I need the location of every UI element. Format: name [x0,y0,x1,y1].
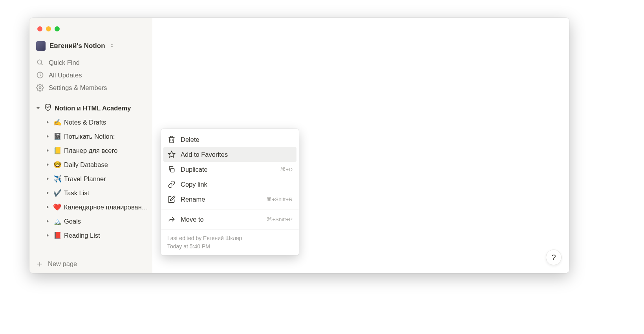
all-updates-label: All Updates [49,72,82,79]
menu-footer: Last edited by Евгений Шкляр Today at 5:… [161,231,299,253]
page-label: Reading List [64,232,100,239]
menu-divider [161,209,299,209]
page-row[interactable]: ✍️Notes & Drafts [33,115,149,129]
page-label: Travel Planner [64,175,106,183]
menu-item-duplicate[interactable]: Duplicate⌘+D [163,162,296,177]
duplicate-icon [167,165,176,174]
page-label: Notes & Drafts [64,119,106,126]
new-page-label: New page [48,260,77,268]
menu-item-label: Duplicate [181,166,275,173]
page-emoji: 📓 [53,132,62,141]
all-updates-button[interactable]: All Updates [33,69,149,81]
page-emoji: 📕 [53,231,62,240]
menu-item-shortcut: ⌘+Shift+P [267,216,293,222]
page-label: Task List [64,189,89,197]
sidebar: Евгений's Notion Quick Find All Updates [29,18,152,273]
help-label: ? [551,253,556,262]
page-emoji [44,103,52,113]
close-window-button[interactable] [37,26,42,31]
menu-divider [161,229,299,229]
workspace-name: Евгений's Notion [49,42,105,50]
chevron-right-icon[interactable] [44,119,51,125]
menu-item-rename[interactable]: Rename⌘+Shift+R [163,192,296,207]
page-row[interactable]: Notion и HTML Academy [33,101,149,115]
last-edited-by: Last edited by Евгений Шкляр [167,234,293,242]
menu-item-shortcut: ⌘+Shift+R [266,196,293,202]
page-row[interactable]: 📒Планер для всего [33,143,149,158]
chevron-right-icon[interactable] [44,147,51,154]
page-emoji: 📒 [53,147,62,155]
menu-item-label: Rename [181,196,262,203]
svg-rect-16 [171,169,174,172]
page-emoji: ✈️ [53,175,62,183]
page-row[interactable]: 🤓Daily Database [33,158,149,172]
page-row[interactable]: ✔️Task List [33,186,149,200]
page-emoji: 🤓 [53,161,62,169]
page-label: Notion и HTML Academy [55,105,131,112]
workspace-avatar [36,41,46,51]
chevron-right-icon[interactable] [44,176,51,182]
menu-item-trash[interactable]: Delete [163,132,296,147]
chevron-right-icon[interactable] [44,161,51,168]
move-icon [167,215,176,224]
svg-point-9 [37,60,42,64]
app-window: Notion и HTML Academy Share Евгений's No… [29,18,569,273]
help-button[interactable]: ? [546,250,562,265]
settings-button[interactable]: Settings & Members [33,81,149,94]
gear-icon [36,84,44,92]
window-controls [37,26,60,31]
menu-item-move[interactable]: Move to⌘+Shift+P [163,212,296,227]
chevron-down-icon[interactable] [35,105,41,111]
menu-item-label: Add to Favorites [181,151,293,158]
trash-icon [167,135,176,144]
page-row[interactable]: ❤️Календарное планирование [33,200,149,214]
context-menu: DeleteAdd to FavoritesDuplicate⌘+DCopy l… [161,129,299,255]
menu-item-link[interactable]: Copy link [163,177,296,192]
star-icon [167,150,176,159]
maximize-window-button[interactable] [55,26,60,31]
page-label: Потыкать Notion: [64,133,115,140]
svg-point-12 [39,87,41,89]
menu-item-label: Move to [181,216,262,223]
menu-item-label: Delete [181,136,293,143]
plus-icon [36,261,43,268]
minimize-window-button[interactable] [46,26,51,31]
menu-item-label: Copy link [181,181,293,188]
menu-item-star[interactable]: Add to Favorites [163,147,296,162]
sidebar-top-section: Quick Find All Updates Settings & Member… [29,56,152,94]
chevron-right-icon[interactable] [44,232,51,239]
chevron-right-icon[interactable] [44,218,51,224]
page-emoji: ✍️ [53,118,62,127]
new-page-button[interactable]: New page [29,256,152,273]
switcher-chevron-icon [109,43,115,49]
svg-marker-15 [168,151,175,158]
page-label: Планер для всего [64,147,117,154]
body-row: Евгений's Notion Quick Find All Updates [29,18,569,273]
chevron-right-icon[interactable] [44,204,51,210]
page-label: Календарное планирование [64,204,148,211]
quick-find-label: Quick Find [49,59,80,66]
menu-group: Move to⌘+Shift+P [161,211,299,228]
page-label: Goals [64,218,81,225]
menu-group: DeleteAdd to FavoritesDuplicate⌘+DCopy l… [161,131,299,207]
quick-find-button[interactable]: Quick Find [33,56,149,69]
sidebar-pages: Notion и HTML Academy✍️Notes & Drafts📓По… [29,94,152,256]
page-row[interactable]: 📕Reading List [33,228,149,242]
chevron-right-icon[interactable] [44,190,51,196]
page-row[interactable]: 📓Потыкать Notion: [33,129,149,143]
link-icon [167,180,176,189]
chevron-right-icon[interactable] [44,133,51,139]
search-icon [36,59,44,66]
rename-icon [167,195,176,204]
page-label: Daily Database [64,161,108,169]
page-row[interactable]: ✈️Travel Planner [33,172,149,186]
page-emoji: 🏔️ [53,217,62,226]
workspace-switcher[interactable]: Евгений's Notion [29,40,152,56]
clock-icon [36,71,44,79]
settings-label: Settings & Members [49,84,107,92]
last-edited-time: Today at 5:40 PM [167,242,293,251]
page-row[interactable]: 🏔️Goals [33,214,149,228]
page-emoji: ❤️ [53,203,62,211]
menu-item-shortcut: ⌘+D [280,166,293,173]
svg-line-10 [41,64,43,65]
